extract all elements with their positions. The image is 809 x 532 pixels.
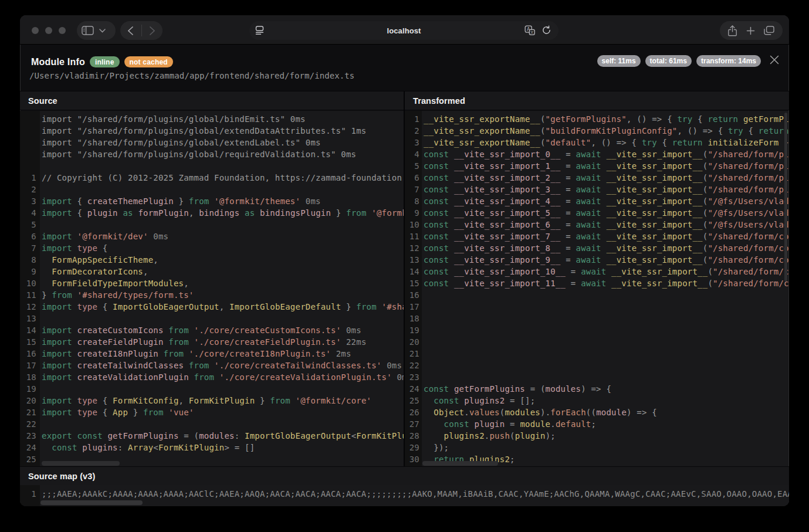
transformed-vscrollbar[interactable] — [784, 113, 787, 282]
line-number: 17 — [20, 360, 40, 371]
line-number: 19 — [20, 383, 40, 395]
code-line: 4const __vite_ssr_import_0__ = await __v… — [405, 148, 788, 160]
code-line: 12import type { ImportGlobEagerOutput, I… — [20, 301, 404, 313]
transformed-code-panel[interactable]: 1__vite_ssr_exportName__("getFormPlugins… — [405, 111, 788, 466]
zoom-window-button[interactable] — [59, 27, 66, 34]
code-line: 8const __vite_ssr_import_4__ = await __v… — [405, 195, 788, 207]
code-line: 8 FormAppSpecificTheme, — [20, 254, 404, 266]
code-line: 6const __vite_ssr_import_2__ = await __v… — [405, 172, 788, 184]
back-button[interactable] — [128, 26, 133, 35]
timing-badge: self: 11ms — [597, 55, 641, 67]
code-line: 10 FormFieldTypeImportModules, — [20, 277, 404, 289]
line-number: 8 — [405, 195, 422, 207]
line-number: 13 — [405, 254, 422, 266]
line-number: 24 — [20, 442, 40, 453]
chevron-down-icon[interactable] — [99, 29, 106, 33]
code-line: 11const __vite_ssr_import_7__ = await __… — [405, 231, 788, 242]
sourcemap-header-band: Source map (v3) — [20, 466, 789, 486]
line-number: 11 — [20, 289, 40, 301]
code-line: 12const __vite_ssr_import_8__ = await __… — [405, 242, 788, 254]
translate-icon[interactable]: A 文 — [524, 25, 535, 36]
address-bar[interactable]: localhost A 文 — [249, 21, 558, 40]
share-icon[interactable] — [728, 25, 737, 36]
code-line: 5const __vite_ssr_import_1__ = await __v… — [405, 160, 788, 172]
code-line: 3import { createThemePlugin } from '@for… — [20, 195, 404, 207]
line-number: 3 — [405, 137, 422, 148]
close-panel-button[interactable] — [768, 53, 781, 66]
line-number: 9 — [405, 207, 422, 219]
page-format-icon[interactable] — [255, 25, 265, 35]
sidebar-icon[interactable] — [82, 26, 94, 35]
line-number: 1 — [20, 488, 40, 500]
code-line: 17import createTailwindClasses from './c… — [20, 360, 404, 371]
code-line: 18 — [405, 313, 788, 324]
forward-button[interactable] — [150, 26, 155, 35]
reload-icon[interactable] — [541, 25, 551, 35]
line-number: 7 — [20, 242, 40, 254]
line-number: 24 — [405, 383, 422, 395]
page-title: Module Info — [31, 57, 85, 67]
line-number: 29 — [405, 442, 422, 453]
line-number: 15 — [405, 277, 422, 289]
line-number: 23 — [20, 430, 40, 442]
source-hscrollbar[interactable] — [42, 461, 120, 466]
line-number: 25 — [405, 395, 422, 406]
line-number: 16 — [405, 289, 422, 301]
code-line: 14const __vite_ssr_import_10__ = await _… — [405, 266, 788, 277]
code-line: 3__vite_ssr_exportName__("default", () =… — [405, 137, 788, 148]
code-line: 16 — [405, 289, 788, 301]
line-number: 7 — [405, 184, 422, 195]
close-window-button[interactable] — [32, 27, 39, 34]
nav-divider — [141, 25, 142, 36]
code-line: 16import createI18nPlugin from './core/c… — [20, 348, 404, 360]
line-number: 11 — [405, 231, 422, 242]
line-number: 16 — [20, 348, 40, 360]
code-line: 24const getFormPlugins = (modules) => { — [405, 383, 788, 395]
line-number: 27 — [405, 418, 422, 430]
minimize-window-button[interactable] — [45, 27, 52, 34]
browser-titlebar: localhost A 文 — [20, 15, 789, 45]
line-number — [20, 148, 40, 160]
url-text: localhost — [387, 26, 421, 35]
code-line: 25 const plugins2 = []; — [405, 395, 788, 406]
code-line: 10const __vite_ssr_import_6__ = await __… — [405, 219, 788, 231]
code-line: import "/shared/form/plugins/global/exte… — [20, 137, 404, 148]
code-line: 22 — [405, 360, 788, 371]
line-number: 2 — [405, 125, 422, 137]
line-number: 14 — [405, 266, 422, 277]
sourcemap-hscrollbar[interactable] — [40, 500, 143, 505]
tab-overview-icon[interactable] — [764, 26, 774, 35]
line-number: 23 — [405, 371, 422, 383]
line-number: 4 — [405, 148, 422, 160]
source-code-panel[interactable]: import "/shared/form/plugins/global/bind… — [20, 111, 404, 466]
line-number: 13 — [20, 313, 40, 324]
line-number: 1 — [405, 113, 422, 125]
code-line: 28 plugins2.push(plugin); — [405, 430, 788, 442]
status-badge: inline — [90, 56, 120, 67]
transformed-hscrollbar[interactable] — [422, 461, 498, 466]
badge-list: inlinenot cached — [90, 56, 173, 67]
line-number: 20 — [405, 336, 422, 348]
line-number: 20 — [20, 395, 40, 406]
line-number: 14 — [20, 324, 40, 336]
line-number: 21 — [405, 348, 422, 360]
sourcemap-panel-title: Source map (v3) — [28, 467, 95, 485]
code-line: 13 — [20, 313, 404, 324]
code-line: 15import createFieldPlugin from './core/… — [20, 336, 404, 348]
line-number: 8 — [20, 254, 40, 266]
code-line: import "/shared/form/plugins/global/exte… — [20, 125, 404, 137]
line-number: 12 — [405, 242, 422, 254]
code-line: 20 — [405, 336, 788, 348]
line-number: 22 — [405, 360, 422, 371]
code-line: 18import createValidationPlugin from './… — [20, 371, 404, 383]
code-line: 26 Object.values(modules).forEach((modul… — [405, 406, 788, 418]
code-line: 21import type { App } from 'vue' — [20, 406, 404, 418]
line-number: 1 — [20, 172, 40, 184]
line-number: 26 — [405, 406, 422, 418]
line-number: 22 — [20, 418, 40, 430]
status-badge: not cached — [124, 56, 173, 67]
code-line: 20import type { FormKitConfig, FormKitPl… — [20, 395, 404, 406]
code-line: 9const __vite_ssr_import_5__ = await __v… — [405, 207, 788, 219]
new-tab-icon[interactable] — [746, 26, 755, 35]
code-line: 2__vite_ssr_exportName__("buildFormKitPl… — [405, 125, 788, 137]
